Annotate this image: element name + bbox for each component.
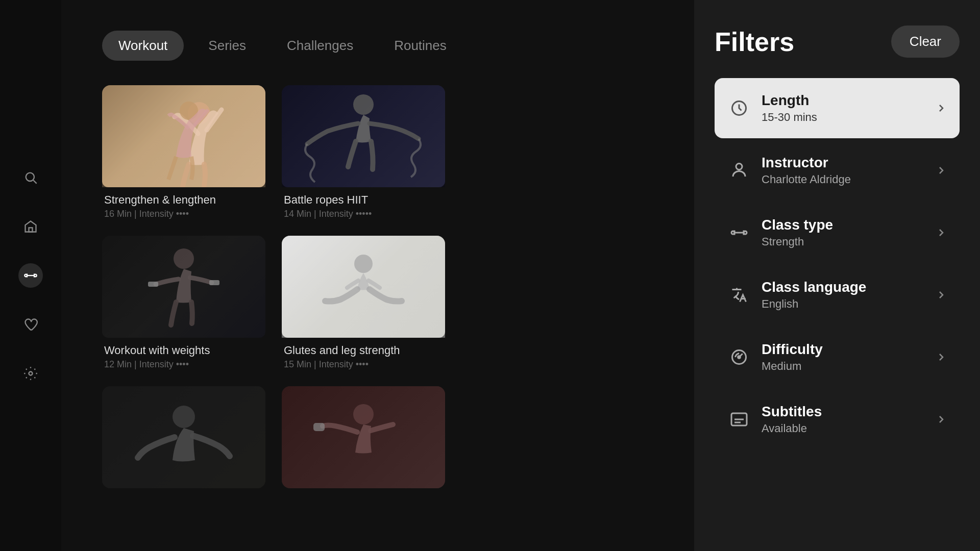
card-info: Workout with weights 12 Min | Intensity … bbox=[102, 338, 265, 370]
filter-item-difficulty[interactable]: Difficulty Medium bbox=[715, 327, 960, 387]
svg-point-26 bbox=[736, 164, 742, 170]
card-image-3 bbox=[102, 236, 265, 338]
card-image-4 bbox=[282, 236, 445, 338]
chevron-right-icon bbox=[935, 164, 947, 177]
tab-workout[interactable]: Workout bbox=[102, 31, 184, 61]
tab-bar: Workout Series Challenges Routines bbox=[102, 31, 664, 61]
filter-text: Class type Strength bbox=[762, 217, 935, 248]
chevron-right-icon bbox=[935, 227, 947, 239]
card-image-5 bbox=[102, 386, 265, 488]
svg-point-13 bbox=[353, 94, 374, 115]
svg-line-1 bbox=[33, 180, 36, 183]
translate-icon bbox=[727, 283, 751, 307]
svg-point-0 bbox=[26, 173, 34, 181]
subtitles-icon bbox=[727, 407, 751, 432]
home-icon[interactable] bbox=[18, 214, 43, 239]
filter-item-length[interactable]: Length 15-30 mins bbox=[715, 78, 960, 138]
favorites-icon[interactable] bbox=[18, 312, 43, 337]
settings-icon[interactable] bbox=[18, 361, 43, 386]
workout-card[interactable] bbox=[282, 386, 445, 488]
card-title: Strengthen & lengthen bbox=[104, 193, 263, 207]
filter-title: Difficulty bbox=[762, 341, 935, 358]
card-info: Glutes and leg strength 15 Min | Intensi… bbox=[282, 338, 445, 370]
gauge-icon bbox=[727, 345, 751, 369]
filter-value: 15-30 mins bbox=[762, 111, 935, 124]
clock-icon bbox=[727, 96, 751, 120]
tab-routines[interactable]: Routines bbox=[378, 31, 463, 61]
card-image-1 bbox=[102, 85, 265, 187]
filter-item-class-language[interactable]: Class language English bbox=[715, 265, 960, 325]
svg-point-33 bbox=[738, 356, 741, 359]
filter-title: Length bbox=[762, 92, 935, 109]
filters-panel: Filters Clear Length 15-30 mins bbox=[694, 0, 980, 551]
filter-item-subtitles[interactable]: Subtitles Available bbox=[715, 389, 960, 449]
tab-series[interactable]: Series bbox=[192, 31, 262, 61]
filter-value: Strength bbox=[762, 235, 935, 248]
filter-title: Class language bbox=[762, 279, 935, 295]
sidebar bbox=[0, 0, 61, 551]
svg-point-23 bbox=[353, 404, 374, 424]
workout-card[interactable]: Battle ropes HIIT 14 Min | Intensity •••… bbox=[282, 85, 445, 219]
tab-challenges[interactable]: Challenges bbox=[271, 31, 370, 61]
workout-card[interactable]: Strengthen & lengthen 16 Min | Intensity… bbox=[102, 85, 265, 219]
filter-text: Difficulty Medium bbox=[762, 341, 935, 373]
svg-point-8 bbox=[29, 372, 33, 375]
svg-point-21 bbox=[173, 406, 195, 428]
card-image-6 bbox=[282, 386, 445, 488]
filter-item-class-type[interactable]: Class type Strength bbox=[715, 203, 960, 263]
svg-rect-16 bbox=[148, 282, 158, 287]
search-icon[interactable] bbox=[18, 165, 43, 190]
filters-title: Filters bbox=[715, 27, 794, 57]
card-title: Glutes and leg strength bbox=[284, 344, 443, 357]
filter-value: Charlotte Aldridge bbox=[762, 173, 935, 186]
workout-grid: Strengthen & lengthen 16 Min | Intensity… bbox=[102, 85, 664, 488]
filter-text: Instructor Charlotte Aldridge bbox=[762, 155, 935, 186]
filter-text: Subtitles Available bbox=[762, 404, 935, 435]
card-info: Strengthen & lengthen 16 Min | Intensity… bbox=[102, 187, 265, 219]
workout-icon[interactable] bbox=[18, 263, 43, 288]
person-icon bbox=[727, 158, 751, 183]
workout-card[interactable]: Glutes and leg strength 15 Min | Intensi… bbox=[282, 236, 445, 370]
card-info: Battle ropes HIIT 14 Min | Intensity •••… bbox=[282, 187, 445, 219]
svg-point-19 bbox=[354, 255, 373, 273]
svg-rect-2 bbox=[29, 228, 33, 232]
chevron-right-icon bbox=[935, 351, 947, 363]
filter-text: Class language English bbox=[762, 279, 935, 311]
card-title: Battle ropes HIIT bbox=[284, 193, 443, 207]
card-meta: 15 Min | Intensity •••• bbox=[284, 359, 443, 370]
card-meta: 16 Min | Intensity •••• bbox=[104, 209, 263, 219]
filter-value: Available bbox=[762, 422, 935, 435]
workout-card[interactable]: Workout with weights 12 Min | Intensity … bbox=[102, 236, 265, 370]
workout-card[interactable] bbox=[102, 386, 265, 488]
filter-title: Class type bbox=[762, 217, 935, 233]
svg-rect-17 bbox=[209, 280, 219, 285]
card-meta: 12 Min | Intensity •••• bbox=[104, 359, 263, 370]
chevron-right-icon bbox=[935, 102, 947, 114]
filter-value: English bbox=[762, 297, 935, 311]
filter-text: Length 15-30 mins bbox=[762, 92, 935, 124]
card-meta: 14 Min | Intensity ••••• bbox=[284, 209, 443, 219]
filters-header: Filters Clear bbox=[715, 26, 960, 58]
main-content: Workout Series Challenges Routines bbox=[61, 0, 694, 551]
clear-button[interactable]: Clear bbox=[891, 26, 960, 58]
chevron-right-icon bbox=[935, 289, 947, 301]
svg-rect-24 bbox=[313, 423, 325, 431]
card-image-2 bbox=[282, 85, 445, 187]
svg-point-15 bbox=[174, 248, 194, 269]
card-title: Workout with weights bbox=[104, 344, 263, 357]
chevron-right-icon bbox=[935, 413, 947, 425]
filter-title: Instructor bbox=[762, 155, 935, 171]
filter-value: Medium bbox=[762, 360, 935, 373]
filter-item-instructor[interactable]: Instructor Charlotte Aldridge bbox=[715, 140, 960, 201]
filter-title: Subtitles bbox=[762, 404, 935, 420]
dumbbell-icon bbox=[727, 220, 751, 245]
